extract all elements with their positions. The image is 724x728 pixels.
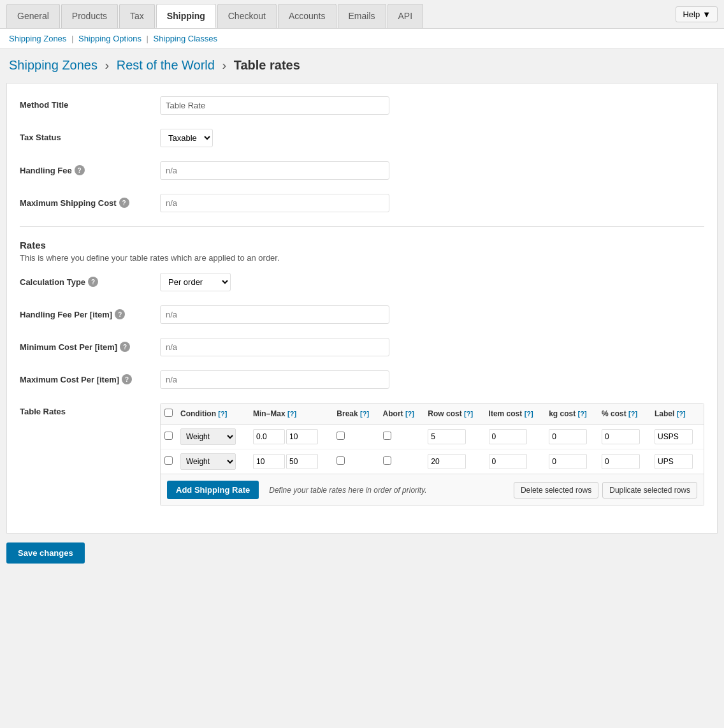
item-cost-help-link[interactable]: [?] — [525, 410, 533, 418]
tab-general[interactable]: General — [6, 4, 60, 28]
min-max-help-link[interactable]: [?] — [287, 410, 296, 418]
row1-condition-select[interactable]: Weight Price Item count — [180, 428, 236, 445]
max-cost-per-item-input[interactable] — [160, 370, 389, 389]
main-content: Method Title Tax Status Taxable None Han… — [6, 83, 718, 534]
row2-kg-cost-input[interactable] — [549, 454, 587, 469]
select-all-checkbox[interactable] — [164, 409, 173, 417]
handling-fee-per-item-label: Handling Fee Per [item] ? — [20, 305, 160, 319]
row2-item-cost-col — [485, 449, 546, 474]
row1-break-checkbox[interactable] — [337, 432, 345, 440]
row2-row-cost-input[interactable] — [428, 454, 466, 469]
sub-nav-shipping-options[interactable]: Shipping Options — [78, 34, 141, 43]
sub-nav-shipping-classes[interactable]: Shipping Classes — [154, 34, 217, 43]
tax-status-label: Tax Status — [20, 129, 160, 142]
tab-products[interactable]: Products — [61, 4, 118, 28]
row1-max-input[interactable] — [286, 429, 318, 444]
table-row: Weight Price Item count — [161, 449, 704, 474]
row2-label-input[interactable] — [655, 454, 693, 469]
breadcrumb-shipping-zones[interactable]: Shipping Zones — [9, 58, 98, 72]
condition-help-link[interactable]: [?] — [218, 410, 227, 418]
calc-type-help-icon[interactable]: ? — [88, 277, 98, 287]
row2-condition-select[interactable]: Weight Price Item count — [180, 453, 236, 470]
pct-cost-help-link[interactable]: [?] — [628, 410, 637, 418]
header-label: Label [?] — [651, 404, 704, 425]
max-shipping-cost-help-icon[interactable]: ? — [119, 198, 129, 208]
footer-hint: Define your table rates here in order of… — [269, 486, 426, 495]
row1-pct-cost-col — [598, 425, 651, 449]
row2-item-cost-input[interactable] — [489, 454, 527, 469]
row1-minmax-wrap — [253, 429, 329, 444]
calc-type-select[interactable]: Per order Per item Per line item Per cla… — [160, 273, 231, 291]
method-title-wrap — [160, 96, 704, 115]
header-pct-cost: % cost [?] — [598, 404, 651, 425]
tax-status-row: Tax Status Taxable None — [20, 129, 704, 147]
row2-max-input[interactable] — [286, 454, 318, 469]
min-cost-per-item-input[interactable] — [160, 338, 389, 356]
help-label: Help — [683, 10, 700, 19]
kg-cost-help-link[interactable]: [?] — [578, 410, 587, 418]
rates-table: Condition [?] Min–Max [?] Break [?] — [161, 404, 704, 474]
table-rates-row: Table Rates Condition [?] — [20, 403, 704, 506]
tax-status-select[interactable]: Taxable None — [160, 129, 213, 147]
row-cost-help-link[interactable]: [?] — [464, 410, 473, 418]
row1-checkbox[interactable] — [164, 432, 173, 440]
handling-fee-label: Handling Fee ? — [20, 161, 160, 175]
row1-min-input[interactable] — [253, 429, 285, 444]
row2-checkbox[interactable] — [164, 456, 173, 465]
label-help-link[interactable]: [?] — [677, 410, 686, 418]
header-row-cost: Row cost [?] — [424, 404, 484, 425]
tab-shipping[interactable]: Shipping — [156, 4, 216, 28]
handling-fee-per-item-row: Handling Fee Per [item] ? — [20, 305, 704, 324]
tab-accounts[interactable]: Accounts — [278, 4, 337, 28]
sub-nav-sep-2: | — [147, 34, 151, 43]
max-shipping-cost-label: Maximum Shipping Cost ? — [20, 194, 160, 208]
abort-help-link[interactable]: [?] — [405, 410, 414, 418]
table-row: Weight Price Item count — [161, 425, 704, 449]
min-cost-per-item-wrap — [160, 338, 704, 356]
add-shipping-rate-button[interactable]: Add Shipping Rate — [167, 481, 259, 499]
tab-checkout[interactable]: Checkout — [217, 4, 277, 28]
max-cost-per-item-help-icon[interactable]: ? — [122, 374, 132, 384]
handling-fee-wrap — [160, 161, 704, 180]
rates-section-title: Rates — [20, 240, 704, 251]
breadcrumb-rest-of-world[interactable]: Rest of the World — [117, 58, 215, 72]
row1-pct-cost-input[interactable] — [602, 429, 640, 444]
max-cost-per-item-wrap — [160, 370, 704, 389]
row1-kg-cost-input[interactable] — [549, 429, 587, 444]
handling-fee-per-item-help-icon[interactable]: ? — [115, 309, 125, 319]
handling-fee-input[interactable] — [160, 161, 389, 180]
min-cost-per-item-help-icon[interactable]: ? — [120, 342, 130, 352]
break-help-link[interactable]: [?] — [360, 410, 369, 418]
row1-row-cost-input[interactable] — [428, 429, 466, 444]
duplicate-selected-rows-button[interactable]: Duplicate selected rows — [602, 482, 697, 499]
sub-nav-shipping-zones[interactable]: Shipping Zones — [9, 34, 66, 43]
row2-abort-checkbox[interactable] — [383, 456, 391, 465]
handling-fee-per-item-input[interactable] — [160, 305, 389, 324]
sub-nav: Shipping Zones | Shipping Options | Ship… — [0, 29, 724, 49]
row2-row-cost-col — [424, 449, 484, 474]
tab-emails[interactable]: Emails — [338, 4, 386, 28]
tab-api[interactable]: API — [387, 4, 424, 28]
row1-select-col — [161, 425, 177, 449]
save-changes-button[interactable]: Save changes — [6, 542, 85, 564]
max-shipping-cost-input[interactable] — [160, 194, 389, 212]
help-button[interactable]: Help ▼ — [676, 6, 718, 22]
tab-tax[interactable]: Tax — [119, 4, 155, 28]
row2-pct-cost-input[interactable] — [602, 454, 640, 469]
row2-condition-col: Weight Price Item count — [177, 449, 249, 474]
rates-section-desc: This is where you define your table rate… — [20, 253, 704, 263]
method-title-label: Method Title — [20, 96, 160, 110]
handling-fee-help-icon[interactable]: ? — [75, 165, 85, 175]
method-title-input[interactable] — [160, 96, 389, 115]
row1-label-input[interactable] — [655, 429, 693, 444]
delete-selected-rows-button[interactable]: Delete selected rows — [514, 482, 598, 499]
calc-type-wrap: Per order Per item Per line item Per cla… — [160, 273, 704, 291]
row1-abort-checkbox[interactable] — [383, 432, 391, 440]
row1-item-cost-input[interactable] — [489, 429, 527, 444]
row2-break-checkbox[interactable] — [337, 456, 345, 465]
header-kg-cost: kg cost [?] — [545, 404, 598, 425]
row2-minmax-wrap — [253, 454, 329, 469]
handling-fee-per-item-wrap — [160, 305, 704, 324]
row2-select-col — [161, 449, 177, 474]
row2-min-input[interactable] — [253, 454, 285, 469]
